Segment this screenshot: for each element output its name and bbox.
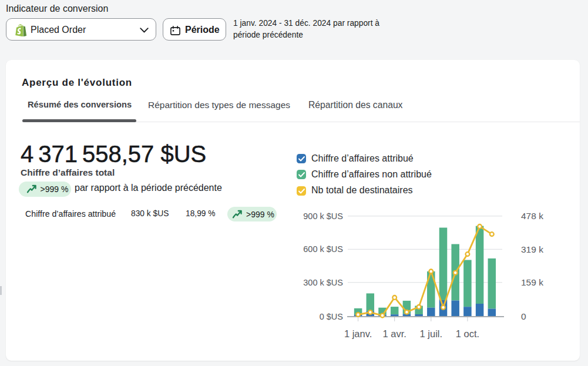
svg-text:159 k: 159 k — [521, 277, 543, 287]
svg-text:600 k $US: 600 k $US — [303, 244, 343, 254]
svg-text:900 k $US: 900 k $US — [303, 211, 343, 221]
svg-text:1 avr.: 1 avr. — [383, 328, 406, 339]
svg-text:319 k: 319 k — [521, 244, 543, 254]
svg-text:1 janv.: 1 janv. — [344, 328, 372, 339]
svg-text:1 juil.: 1 juil. — [420, 328, 443, 339]
svg-text:300 k $US: 300 k $US — [303, 278, 343, 287]
svg-text:1 oct.: 1 oct. — [456, 328, 479, 339]
svg-text:0 $US: 0 $US — [320, 312, 343, 321]
svg-text:478 k: 478 k — [521, 211, 543, 221]
svg-text:0: 0 — [521, 311, 526, 321]
